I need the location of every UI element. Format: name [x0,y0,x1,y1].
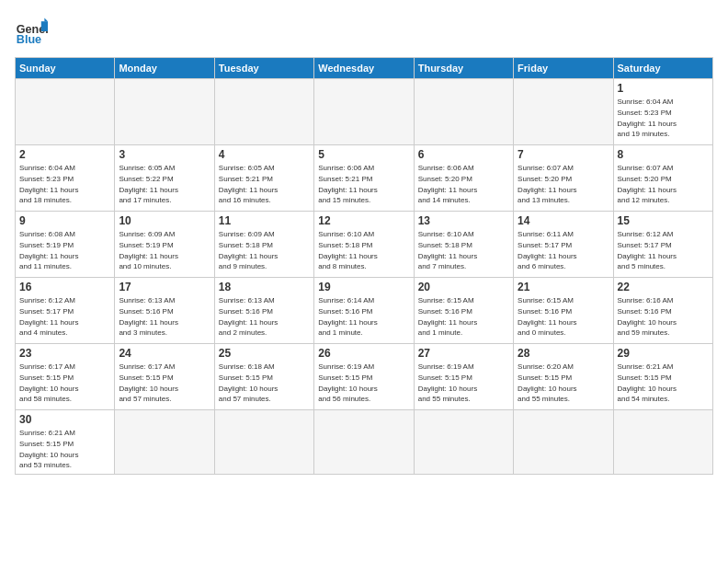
day-number: 4 [219,148,310,161]
day-number: 20 [418,281,509,293]
day-info: Sunrise: 6:19 AM Sunset: 5:15 PM Dayligh… [318,362,377,403]
day-number: 22 [618,281,709,293]
day-info: Sunrise: 6:11 AM Sunset: 5:17 PM Dayligh… [518,230,576,270]
day-info: Sunrise: 6:09 AM Sunset: 5:19 PM Dayligh… [119,230,177,270]
day-cell: 14Sunrise: 6:11 AM Sunset: 5:17 PM Dayli… [514,212,613,278]
day-info: Sunrise: 6:21 AM Sunset: 5:15 PM Dayligh… [19,429,78,469]
week-row-0: 1Sunrise: 6:04 AM Sunset: 5:23 PM Daylig… [16,79,713,145]
day-info: Sunrise: 6:19 AM Sunset: 5:15 PM Dayligh… [418,362,477,403]
week-row-1: 2Sunrise: 6:04 AM Sunset: 5:23 PM Daylig… [16,145,713,212]
day-number: 17 [119,281,210,293]
header: General Blue [15,15,713,48]
day-number: 5 [318,148,409,161]
week-row-4: 23Sunrise: 6:17 AM Sunset: 5:15 PM Dayli… [16,344,713,410]
svg-marker-2 [41,21,48,31]
day-cell: 17Sunrise: 6:13 AM Sunset: 5:16 PM Dayli… [115,278,214,344]
day-number: 25 [219,347,310,360]
header-friday: Friday [514,58,613,79]
day-cell: 10Sunrise: 6:09 AM Sunset: 5:19 PM Dayli… [115,212,214,278]
day-number: 12 [318,214,409,227]
day-number: 24 [119,347,210,360]
day-number: 26 [318,347,409,360]
day-cell: 3Sunrise: 6:05 AM Sunset: 5:22 PM Daylig… [115,145,214,212]
day-number: 30 [19,413,110,426]
week-row-3: 16Sunrise: 6:12 AM Sunset: 5:17 PM Dayli… [16,278,713,344]
header-thursday: Thursday [414,58,513,79]
day-cell: 1Sunrise: 6:04 AM Sunset: 5:23 PM Daylig… [613,79,712,145]
day-number: 28 [518,347,609,360]
day-number: 8 [618,148,709,161]
day-number: 7 [518,148,609,161]
day-cell [514,410,613,475]
day-cell: 12Sunrise: 6:10 AM Sunset: 5:18 PM Dayli… [314,212,414,278]
week-row-2: 9Sunrise: 6:08 AM Sunset: 5:19 PM Daylig… [16,212,713,278]
day-info: Sunrise: 6:10 AM Sunset: 5:18 PM Dayligh… [318,230,377,270]
day-cell: 15Sunrise: 6:12 AM Sunset: 5:17 PM Dayli… [613,212,712,278]
day-info: Sunrise: 6:21 AM Sunset: 5:15 PM Dayligh… [618,362,677,403]
day-cell: 11Sunrise: 6:09 AM Sunset: 5:18 PM Dayli… [214,212,313,278]
day-info: Sunrise: 6:13 AM Sunset: 5:16 PM Dayligh… [219,296,278,337]
logo: General Blue [15,15,51,48]
day-info: Sunrise: 6:12 AM Sunset: 5:17 PM Dayligh… [618,230,677,270]
header-monday: Monday [115,58,214,79]
calendar-header: SundayMondayTuesdayWednesdayThursdayFrid… [16,58,713,79]
day-info: Sunrise: 6:13 AM Sunset: 5:16 PM Dayligh… [119,296,177,337]
day-info: Sunrise: 6:17 AM Sunset: 5:15 PM Dayligh… [19,362,78,403]
svg-text:Blue: Blue [17,33,41,46]
day-number: 2 [19,148,110,161]
day-cell [414,79,513,145]
day-cell [115,410,214,475]
day-cell: 25Sunrise: 6:18 AM Sunset: 5:15 PM Dayli… [214,344,313,410]
svg-marker-3 [44,18,48,22]
day-number: 3 [119,148,210,161]
day-cell: 26Sunrise: 6:19 AM Sunset: 5:15 PM Dayli… [314,344,414,410]
day-cell [514,79,613,145]
day-cell: 7Sunrise: 6:07 AM Sunset: 5:20 PM Daylig… [514,145,613,212]
day-cell [115,79,214,145]
header-row: SundayMondayTuesdayWednesdayThursdayFrid… [16,58,713,79]
day-number: 23 [19,347,110,360]
day-cell: 5Sunrise: 6:06 AM Sunset: 5:21 PM Daylig… [314,145,414,212]
day-info: Sunrise: 6:07 AM Sunset: 5:20 PM Dayligh… [518,164,576,204]
day-cell: 27Sunrise: 6:19 AM Sunset: 5:15 PM Dayli… [414,344,513,410]
day-cell: 4Sunrise: 6:05 AM Sunset: 5:21 PM Daylig… [214,145,313,212]
day-info: Sunrise: 6:14 AM Sunset: 5:16 PM Dayligh… [318,296,377,337]
day-cell [314,79,414,145]
day-cell: 16Sunrise: 6:12 AM Sunset: 5:17 PM Dayli… [16,278,115,344]
day-info: Sunrise: 6:06 AM Sunset: 5:20 PM Dayligh… [418,164,477,204]
day-cell: 21Sunrise: 6:15 AM Sunset: 5:16 PM Dayli… [514,278,613,344]
day-info: Sunrise: 6:09 AM Sunset: 5:18 PM Dayligh… [219,230,278,270]
day-number: 14 [518,214,609,227]
day-cell: 20Sunrise: 6:15 AM Sunset: 5:16 PM Dayli… [414,278,513,344]
header-tuesday: Tuesday [214,58,313,79]
day-number: 16 [19,281,110,293]
day-number: 1 [618,82,709,95]
header-saturday: Saturday [613,58,712,79]
day-number: 29 [618,347,709,360]
day-info: Sunrise: 6:06 AM Sunset: 5:21 PM Dayligh… [318,164,377,204]
calendar-page: General Blue SundayMondayTuesdayWednesda… [0,0,728,563]
day-number: 6 [418,148,509,161]
day-cell [214,79,313,145]
day-cell: 23Sunrise: 6:17 AM Sunset: 5:15 PM Dayli… [16,344,115,410]
day-info: Sunrise: 6:07 AM Sunset: 5:20 PM Dayligh… [618,164,677,204]
day-number: 18 [219,281,310,293]
day-cell [314,410,414,475]
day-cell [613,410,712,475]
day-number: 10 [119,214,210,227]
day-info: Sunrise: 6:05 AM Sunset: 5:22 PM Dayligh… [119,164,177,204]
day-info: Sunrise: 6:18 AM Sunset: 5:15 PM Dayligh… [219,362,278,403]
day-info: Sunrise: 6:15 AM Sunset: 5:16 PM Dayligh… [418,296,477,337]
day-number: 15 [618,214,709,227]
day-info: Sunrise: 6:16 AM Sunset: 5:16 PM Dayligh… [618,296,677,337]
day-cell [414,410,513,475]
day-info: Sunrise: 6:17 AM Sunset: 5:15 PM Dayligh… [119,362,177,403]
day-info: Sunrise: 6:05 AM Sunset: 5:21 PM Dayligh… [219,164,278,204]
day-info: Sunrise: 6:15 AM Sunset: 5:16 PM Dayligh… [518,296,576,337]
day-cell: 13Sunrise: 6:10 AM Sunset: 5:18 PM Dayli… [414,212,513,278]
day-cell: 29Sunrise: 6:21 AM Sunset: 5:15 PM Dayli… [613,344,712,410]
day-info: Sunrise: 6:04 AM Sunset: 5:23 PM Dayligh… [19,164,78,204]
day-cell: 24Sunrise: 6:17 AM Sunset: 5:15 PM Dayli… [115,344,214,410]
day-cell: 28Sunrise: 6:20 AM Sunset: 5:15 PM Dayli… [514,344,613,410]
day-cell: 2Sunrise: 6:04 AM Sunset: 5:23 PM Daylig… [16,145,115,212]
